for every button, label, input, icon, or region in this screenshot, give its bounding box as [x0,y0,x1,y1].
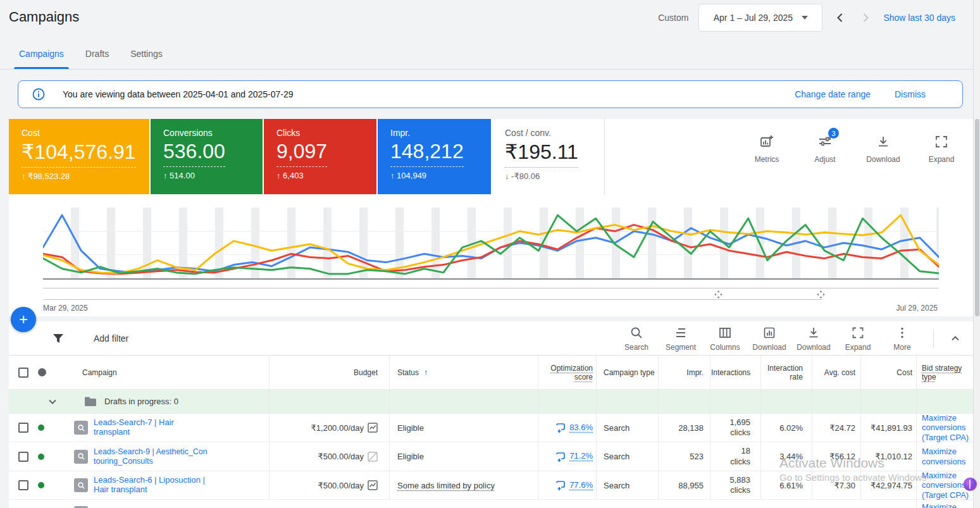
col-impressions[interactable]: Impr. [686,368,704,377]
performance-panel: Cost ₹104,576.91 ↑ ₹98,523.28 Conversion… [9,119,973,316]
expand-label: Expand [929,155,955,164]
download-table-button[interactable]: Download [791,326,836,352]
campaign-link[interactable]: Leads-Search-… [94,505,208,508]
col-interactions[interactable]: Interactions [711,368,750,377]
scorecard-conversions[interactable]: Conversions 536.00 ↑ 514.00 [151,119,263,194]
more-label: More [893,343,910,352]
pan-handle-left[interactable] [714,290,723,299]
scorecard-clicks[interactable]: Clicks 9,097 ↑ 6,403 [264,119,376,194]
budget-report-icon[interactable] [368,480,378,490]
col-campaign[interactable]: Campaign [82,368,117,377]
scrollbar-thumb[interactable] [975,119,979,316]
col-campaign-type[interactable]: Campaign type [604,368,655,377]
col-avg-cost[interactable]: Avg. cost [824,368,855,377]
scorecard-delta: ↑ ₹98,523.28 [22,171,149,181]
enabled-status-dot[interactable] [38,482,44,488]
campaign-link[interactable]: Leads-Search-6 | Liposuction | Hair tran… [94,476,208,495]
segment-button[interactable]: Segment [659,326,703,352]
columns-icon [718,326,732,340]
col-budget[interactable]: Budget [354,368,378,377]
col-status[interactable]: Status [397,368,419,377]
optimization-score-link[interactable]: 83.6% [569,423,593,433]
enabled-status-dot[interactable] [38,454,44,460]
row-checkbox[interactable] [18,480,28,490]
new-campaign-fab[interactable]: + [11,307,36,332]
search-button[interactable]: Search [614,326,659,352]
filter-icon[interactable] [52,333,65,344]
sort-ascending-icon[interactable]: ↑ [424,368,428,377]
columns-button[interactable]: Columns [703,326,747,352]
previous-range-button[interactable] [833,10,848,25]
collapse-chart-button[interactable] [943,333,968,344]
col-optimization-score[interactable]: Optimization score [543,364,593,381]
tab-campaigns[interactable]: Campaigns [19,49,64,69]
scorecard-cost-per-conv[interactable]: Cost / conv. ₹195.11 ↓ -₹80.06 [492,119,605,194]
scorecard-label: Cost / conv. [505,128,604,138]
bid-strategy-link[interactable]: Maximize conversions [922,502,973,508]
status-filter-dot[interactable] [38,368,46,376]
campaign-link[interactable]: Leads-Search-9 | Aesthetic_Contouring_Co… [94,447,208,466]
campaign-type-value: Search [604,452,630,461]
scorecard-impressions[interactable]: Impr. 148,212 ↑ 104,949 [378,119,491,194]
budget-report-icon[interactable] [368,423,378,433]
chart-x-axis [43,278,939,280]
expand-table-button[interactable]: Expand [836,326,880,352]
status-text: Eligible [397,452,424,461]
pan-handle-right[interactable] [817,290,825,299]
date-range-controls: Custom Apr 1 – Jul 29, 2025 Show last 30… [658,0,955,35]
drafts-row[interactable]: Drafts in progress: 0 [9,390,973,414]
interaction-rate-value: 6.02% [779,423,803,433]
tab-drafts[interactable]: Drafts [85,49,109,69]
row-checkbox[interactable] [18,452,28,462]
dismiss-link[interactable]: Dismiss [895,89,926,99]
app-header: Campaigns Custom Apr 1 – Jul 29, 2025 Sh… [0,0,980,35]
reports-icon [762,326,776,340]
show-last-30-days-link[interactable]: Show last 30 days [883,13,955,23]
date-range-value: Apr 1 – Jul 29, 2025 [714,13,793,23]
change-date-range-link[interactable]: Change date range [795,89,871,99]
col-cost[interactable]: Cost [896,368,912,377]
optimization-score-link[interactable]: 77.6% [569,481,593,490]
row-checkbox[interactable] [18,423,28,433]
next-range-button[interactable] [858,10,873,25]
expand-icon [934,134,949,149]
enabled-status-dot[interactable] [38,424,44,431]
chart-start-date: Mar 29, 2025 [43,304,88,313]
chevron-down-icon[interactable] [47,397,58,407]
cost-value: ₹1,010.12 [875,452,912,461]
tab-settings[interactable]: Settings [130,49,163,69]
budget-value[interactable]: ₹500.00/day [318,481,364,490]
add-filter-button[interactable]: Add filter [94,333,128,344]
columns-label: Columns [710,343,740,352]
interaction-rate-value: 3.44% [779,452,803,461]
page-scrollbar[interactable] [973,0,980,508]
page-title: Campaigns [9,9,79,25]
bid-strategy-link[interactable]: Maximize conversions [922,447,973,466]
download-button[interactable]: Download [863,134,903,164]
table-actions: Search Segment Columns Download Download… [614,321,968,356]
metrics-button[interactable]: Metrics [747,134,787,164]
col-bid-strategy[interactable]: Bid strategy type [922,364,973,381]
segment-icon [674,326,688,340]
status-text[interactable]: Some ads limited by policy [397,481,495,490]
optimization-icon [555,452,566,462]
optimization-icon [555,423,566,433]
chevron-down-icon [802,16,808,20]
expand-button[interactable]: Expand [921,134,962,164]
chart-tools: Metrics 3 Adjust Download Expand [747,134,962,164]
reports-button[interactable]: Download [747,326,791,352]
date-range-dropdown[interactable]: Apr 1 – Jul 29, 2025 [698,4,822,32]
budget-value[interactable]: ₹500.00/day [318,452,364,461]
scorecards: Cost ₹104,576.91 ↑ ₹98,523.28 Conversion… [9,119,605,194]
col-interaction-rate[interactable]: Interaction rate [761,364,803,381]
more-button[interactable]: More [880,326,924,352]
adjust-button[interactable]: 3 Adjust [805,134,845,164]
optimization-score-link[interactable]: 71.2% [569,452,593,461]
scorecard-cost[interactable]: Cost ₹104,576.91 ↑ ₹98,523.28 [9,119,149,194]
campaign-link[interactable]: Leads-Search-7 | Hair transplant [94,418,208,437]
metrics-label: Metrics [755,155,779,164]
budget-value[interactable]: ₹1,200.00/day [311,423,364,433]
scorecard-value: 148,212 [390,140,464,167]
bid-strategy-link[interactable]: Maximize conversions (Target CPA) [922,413,973,442]
select-all-checkbox[interactable] [18,368,28,378]
